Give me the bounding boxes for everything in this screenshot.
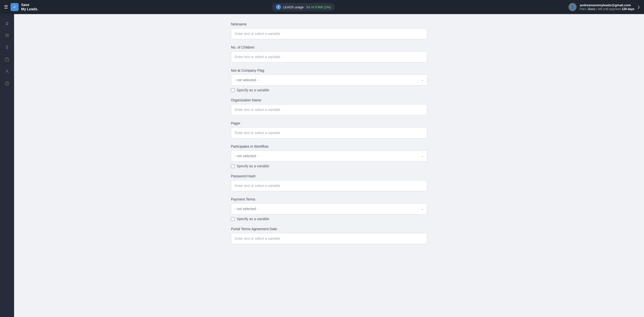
label-no_of_children: No. of Children bbox=[231, 45, 427, 49]
user-info: andrewsavemyleads@gmail.com Plan | Basic… bbox=[580, 3, 634, 11]
sidebar-item-services[interactable] bbox=[2, 54, 12, 64]
checkbox-participates_in_workflow[interactable] bbox=[231, 164, 235, 168]
sidebar-item-help[interactable] bbox=[2, 78, 12, 89]
select-participates_in_workflow[interactable]: - not selected - bbox=[231, 150, 427, 162]
sidebar-item-integrations[interactable]: ⊞ bbox=[2, 30, 12, 40]
label-nickname: Nickname bbox=[231, 22, 427, 26]
info-icon: i bbox=[276, 5, 281, 10]
user-plan: Plan | Basic | left until payment 128 da… bbox=[580, 7, 634, 11]
label-participates_in_workflow: Participates in Workflow bbox=[231, 144, 427, 148]
label-pager: Pager bbox=[231, 121, 427, 125]
label-payment_terms: Payment Terms bbox=[231, 197, 427, 201]
field-group-payment_terms: Payment Terms- not selected -⌄Specify as… bbox=[231, 197, 427, 221]
content-area: NicknameNo. of ChildrenNot at Company Fl… bbox=[14, 14, 644, 317]
header-center: i LEADS usage: 52 of 5'000 (1%) bbox=[42, 3, 565, 11]
label-password_hash: Password Hash bbox=[231, 174, 427, 178]
sidebar-item-billing[interactable]: $ bbox=[2, 42, 12, 52]
select-wrapper-not_at_company_flag: - not selected -⌄ bbox=[231, 74, 427, 86]
field-group-participates_in_workflow: Participates in Workflow- not selected -… bbox=[231, 144, 427, 168]
checkbox-label-payment_terms[interactable]: Specify as a variable bbox=[237, 217, 269, 221]
logo-mark: ✓ bbox=[11, 3, 19, 11]
input-password_hash[interactable] bbox=[231, 180, 427, 191]
select-not_at_company_flag[interactable]: - not selected - bbox=[231, 74, 427, 86]
header-left: ☰ ✓ Save My Leads. bbox=[4, 3, 38, 11]
input-portal_terms_agreement_date[interactable] bbox=[231, 233, 427, 244]
checkbox-payment_terms[interactable] bbox=[231, 217, 235, 221]
app-header: ☰ ✓ Save My Leads. i LEADS usage: 52 of … bbox=[0, 0, 644, 14]
logo-text: Save My Leads. bbox=[21, 3, 38, 11]
input-pager[interactable] bbox=[231, 127, 427, 138]
sidebar-item-home[interactable]: ⌂ bbox=[2, 18, 12, 28]
label-not_at_company_flag: Not at Company Flag bbox=[231, 68, 427, 72]
select-wrapper-payment_terms: - not selected -⌄ bbox=[231, 203, 427, 214]
hamburger-icon[interactable]: ☰ bbox=[4, 4, 8, 10]
field-group-password_hash: Password Hash bbox=[231, 174, 427, 191]
header-right: 👤 andrewsavemyleads@gmail.com Plan | Bas… bbox=[569, 3, 640, 11]
select-wrapper-participates_in_workflow: - not selected -⌄ bbox=[231, 150, 427, 162]
field-group-nickname: Nickname bbox=[231, 22, 427, 39]
select-payment_terms[interactable]: - not selected - bbox=[231, 203, 427, 214]
svg-rect-0 bbox=[5, 58, 9, 61]
sidebar-item-account[interactable] bbox=[2, 66, 12, 76]
svg-point-1 bbox=[6, 70, 8, 71]
input-nickname[interactable] bbox=[231, 28, 427, 39]
field-group-no_of_children: No. of Children bbox=[231, 45, 427, 62]
usage-label: LEADS usage: bbox=[283, 5, 304, 9]
checkbox-row-not_at_company_flag: Specify as a variable bbox=[231, 88, 427, 92]
input-no_of_children[interactable] bbox=[231, 51, 427, 62]
field-group-portal_terms_agreement_date: Portal Terms Agreement Date bbox=[231, 227, 427, 244]
field-group-pager: Pager bbox=[231, 121, 427, 138]
checkbox-label-not_at_company_flag[interactable]: Specify as a variable bbox=[237, 88, 269, 92]
sidebar: ⌂ ⊞ $ bbox=[0, 14, 14, 317]
field-group-not_at_company_flag: Not at Company Flag- not selected -⌄Spec… bbox=[231, 68, 427, 92]
input-organization_name[interactable] bbox=[231, 104, 427, 115]
form-container: NicknameNo. of ChildrenNot at Company Fl… bbox=[231, 22, 427, 244]
main-layout: ⌂ ⊞ $ NicknameNo. of ChildrenNot at Comp… bbox=[0, 14, 644, 317]
user-menu-chevron[interactable]: ❯ bbox=[637, 5, 640, 9]
label-organization_name: Organization Name bbox=[231, 98, 427, 102]
label-portal_terms_agreement_date: Portal Terms Agreement Date bbox=[231, 227, 427, 231]
field-group-organization_name: Organization Name bbox=[231, 98, 427, 115]
user-avatar: 👤 bbox=[569, 3, 577, 11]
leads-usage-badge: i LEADS usage: 52 of 5'000 (1%) bbox=[272, 3, 335, 11]
checkbox-row-payment_terms: Specify as a variable bbox=[231, 217, 427, 221]
user-email: andrewsavemyleads@gmail.com bbox=[580, 3, 634, 7]
checkbox-label-participates_in_workflow[interactable]: Specify as a variable bbox=[237, 164, 269, 168]
checkbox-not_at_company_flag[interactable] bbox=[231, 88, 235, 92]
usage-count: 52 of 5'000 (1%) bbox=[306, 5, 331, 9]
svg-point-3 bbox=[7, 84, 7, 85]
checkbox-row-participates_in_workflow: Specify as a variable bbox=[231, 164, 427, 168]
